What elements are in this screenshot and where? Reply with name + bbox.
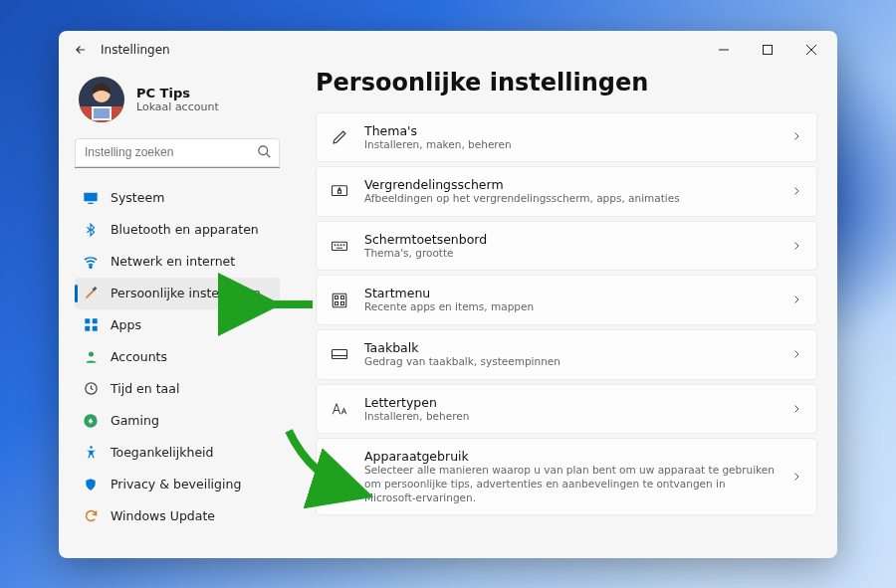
card-title: Taakbalk xyxy=(364,340,775,355)
settings-window: Instellingen xyxy=(59,31,837,558)
nav-item-accounts[interactable]: Accounts xyxy=(75,341,280,373)
chevron-right-icon xyxy=(790,468,802,487)
svg-point-27 xyxy=(337,245,338,246)
paintbrush-icon xyxy=(83,286,99,301)
card-title: Schermtoetsenbord xyxy=(364,232,775,247)
clock-icon xyxy=(83,381,99,397)
nav-label: Apps xyxy=(111,317,141,332)
svg-line-10 xyxy=(266,153,270,157)
accessibility-icon xyxy=(83,445,99,461)
person-icon xyxy=(83,349,99,365)
search-input[interactable] xyxy=(75,138,280,168)
card-subtitle: Gedrag van taakbalk, systeempinnen xyxy=(364,355,775,369)
card-title: Startmenu xyxy=(364,286,775,300)
chevron-right-icon xyxy=(790,127,802,146)
nav-item-systeem[interactable]: Systeem xyxy=(75,182,280,214)
svg-rect-24 xyxy=(338,191,341,194)
monitor-icon xyxy=(83,190,99,206)
chevron-right-icon xyxy=(790,182,802,201)
card-subtitle: Thema's, grootte xyxy=(364,247,775,261)
svg-rect-35 xyxy=(341,301,344,304)
nav-list: Systeem Bluetooth en apparaten Netwerk e… xyxy=(75,182,280,532)
nav-item-persoonlijk[interactable]: Persoonlijke instellingen xyxy=(75,278,280,309)
lock-screen-icon xyxy=(331,182,348,200)
close-button[interactable] xyxy=(789,35,833,65)
sidebar: PC Tips Lokaal account Systeem Bluetooth… xyxy=(59,69,292,558)
fonts-icon xyxy=(331,400,348,418)
svg-rect-1 xyxy=(764,45,773,54)
wifi-icon xyxy=(83,254,99,270)
card-title: Thema's xyxy=(364,123,775,138)
page-heading: Persoonlijke instellingen xyxy=(316,69,817,97)
minimize-button[interactable] xyxy=(702,35,746,65)
nav-item-toegankelijkheid[interactable]: Toegankelijkheid xyxy=(75,437,280,469)
close-icon xyxy=(806,45,816,55)
nav-item-netwerk[interactable]: Netwerk en internet xyxy=(75,246,280,278)
pen-icon xyxy=(331,128,348,146)
svg-point-22 xyxy=(90,446,93,449)
card-subtitle: Installeren, maken, beheren xyxy=(364,138,775,152)
card-apparaatgebruik[interactable]: ApparaatgebruikSelecteer alle manieren w… xyxy=(316,438,817,515)
update-icon xyxy=(83,508,99,524)
nav-label: Bluetooth en apparaten xyxy=(111,222,259,237)
svg-rect-12 xyxy=(88,202,93,203)
card-subtitle: Afbeeldingen op het vergrendelingsscherm… xyxy=(364,192,775,206)
card-lettertypen[interactable]: LettertypenInstalleren, beheren xyxy=(316,384,817,435)
back-button[interactable] xyxy=(63,35,99,65)
card-themas[interactable]: Thema'sInstalleren, maken, beheren xyxy=(316,112,817,163)
svg-rect-38 xyxy=(333,471,344,479)
svg-point-19 xyxy=(89,352,94,357)
main-panel: Persoonlijke instellingen Thema'sInstall… xyxy=(292,69,837,558)
maximize-button[interactable] xyxy=(746,35,789,65)
nav-label: Accounts xyxy=(111,349,167,364)
chevron-right-icon xyxy=(790,291,802,309)
svg-rect-16 xyxy=(92,318,97,323)
nav-item-tijd[interactable]: Tijd en taal xyxy=(75,373,280,405)
nav-label: Tijd en taal xyxy=(111,381,179,396)
chevron-right-icon xyxy=(790,400,802,419)
svg-rect-11 xyxy=(84,192,97,201)
svg-rect-36 xyxy=(333,350,347,359)
titlebar: Instellingen xyxy=(59,31,837,69)
svg-rect-15 xyxy=(85,318,90,323)
arrow-left-icon xyxy=(74,43,88,57)
apps-icon xyxy=(83,317,99,333)
nav-item-update[interactable]: Windows Update xyxy=(75,500,280,532)
card-title: Vergrendelingsscherm xyxy=(364,177,775,192)
profile-block[interactable]: PC Tips Lokaal account xyxy=(75,69,280,138)
card-schermtoetsenbord[interactable]: SchermtoetsenbordThema's, grootte xyxy=(316,221,817,272)
card-subtitle: Recente apps en items, mappen xyxy=(364,300,775,314)
nav-label: Windows Update xyxy=(111,508,215,523)
card-subtitle: Installeren, beheren xyxy=(364,410,775,424)
svg-point-28 xyxy=(340,245,341,246)
svg-rect-18 xyxy=(92,326,97,331)
svg-point-29 xyxy=(343,245,344,246)
shield-icon xyxy=(83,477,99,492)
nav-item-privacy[interactable]: Privacy & beveiliging xyxy=(75,469,280,500)
nav-item-apps[interactable]: Apps xyxy=(75,309,280,341)
window-title: Instellingen xyxy=(101,43,170,57)
profile-subtitle: Lokaal account xyxy=(136,100,219,113)
card-startmenu[interactable]: StartmenuRecente apps en items, mappen xyxy=(316,275,817,325)
card-subtitle: Selecteer alle manieren waarop u van pla… xyxy=(364,464,775,504)
bluetooth-icon xyxy=(83,222,99,238)
card-list: Thema'sInstalleren, maken, beheren Vergr… xyxy=(316,112,817,516)
nav-label: Gaming xyxy=(111,413,159,428)
maximize-icon xyxy=(763,45,773,55)
nav-label: Netwerk en internet xyxy=(111,254,235,269)
avatar xyxy=(79,77,124,122)
search-icon xyxy=(257,144,272,163)
svg-rect-33 xyxy=(341,295,344,298)
svg-rect-32 xyxy=(336,295,338,298)
svg-rect-34 xyxy=(336,301,338,304)
svg-point-13 xyxy=(90,266,92,268)
nav-item-bluetooth[interactable]: Bluetooth en apparaten xyxy=(75,214,280,246)
startmenu-icon xyxy=(331,292,348,309)
svg-rect-25 xyxy=(333,242,347,250)
nav-label: Persoonlijke instellingen xyxy=(111,286,261,300)
chevron-right-icon xyxy=(790,237,802,256)
nav-item-gaming[interactable]: Gaming xyxy=(75,405,280,437)
chevron-right-icon xyxy=(790,345,802,364)
card-taakbalk[interactable]: TaakbalkGedrag van taakbalk, systeempinn… xyxy=(316,329,817,380)
card-vergrendeling[interactable]: VergrendelingsschermAfbeeldingen op het … xyxy=(316,166,817,217)
